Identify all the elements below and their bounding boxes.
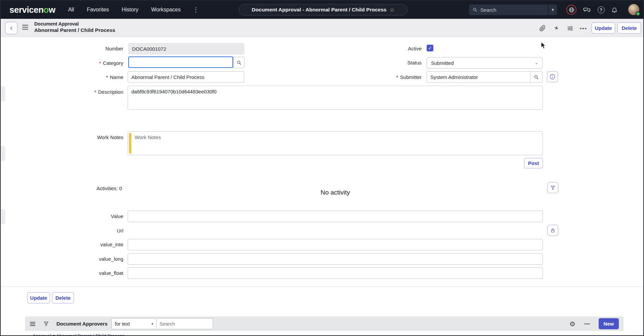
related-list-search-input[interactable]: [157, 318, 213, 329]
update-button[interactable]: Update: [592, 23, 615, 34]
value-inte-input[interactable]: [128, 239, 543, 250]
search-icon: [533, 74, 539, 80]
value-input[interactable]: [128, 211, 543, 222]
url-label: Url: [1, 228, 123, 234]
activities-count-label: Activities: 0: [1, 185, 122, 191]
search-scope-dropdown[interactable]: ▼: [548, 4, 557, 15]
info-icon: [549, 74, 556, 80]
active-checkbox[interactable]: ✓: [427, 45, 433, 51]
submitter-reference: [427, 71, 543, 83]
search-icon: [236, 60, 242, 66]
form-footer-divider: [1, 287, 643, 287]
chevron-left-icon: [8, 25, 14, 31]
table-name: Document Approval: [34, 21, 115, 27]
global-search-input[interactable]: [480, 7, 538, 13]
related-list-search-field-select[interactable]: for text ▾: [112, 318, 157, 329]
funnel-icon: [550, 185, 556, 191]
globe-icon[interactable]: [566, 5, 576, 15]
name-input[interactable]: [128, 71, 244, 83]
footer-update-button[interactable]: Update: [27, 292, 50, 303]
more-options-icon[interactable]: •••: [579, 24, 588, 33]
description-textarea[interactable]: da6f8c93f6194070b10d64483ee030f0: [128, 86, 543, 110]
submitter-lookup-button[interactable]: [530, 72, 542, 82]
value-float-input[interactable]: [128, 267, 543, 279]
active-label: Active: [337, 46, 422, 51]
connect-chat-icon[interactable]: [582, 5, 592, 15]
work-notes-label: Work Notes: [1, 134, 123, 140]
category-label: *Category: [1, 60, 123, 67]
global-search: [469, 4, 548, 15]
top-nav: servicenow All Favorites History Workspa…: [1, 1, 643, 19]
work-notes-textarea[interactable]: [133, 132, 542, 154]
attachment-paperclip-icon[interactable]: [538, 24, 547, 33]
related-list-menu-icon[interactable]: [30, 322, 35, 326]
activity-filter-button[interactable]: [547, 182, 558, 193]
user-avatar[interactable]: [628, 4, 639, 15]
status-label: Status: [337, 60, 422, 66]
caret-down-icon: ▾: [152, 322, 153, 326]
number-input[interactable]: [128, 43, 244, 54]
notifications-bell-icon[interactable]: [609, 5, 619, 15]
status-selected-value: Submitted: [431, 60, 454, 66]
footer-delete-button[interactable]: Delete: [52, 292, 74, 303]
description-label: *Description: [1, 89, 123, 95]
submitter-preview-button[interactable]: [547, 71, 558, 82]
servicenow-app-window: servicenow All Favorites History Workspa…: [0, 0, 644, 336]
check-icon: ✓: [428, 45, 432, 51]
related-list-header: Document Approvers for text ▾ ⚙ — New: [25, 317, 624, 331]
category-input[interactable]: [128, 56, 233, 68]
required-marker: *: [396, 75, 398, 81]
required-marker: *: [106, 75, 108, 81]
related-list-breadcrumb-partial: Approval = Abnormal Parent / Child Proce…: [33, 333, 125, 336]
value-inte-label: value_inte: [1, 242, 123, 247]
sparkle-icon[interactable]: [552, 24, 561, 33]
mouse-cursor: [541, 42, 547, 50]
servicenow-logo[interactable]: servicenow: [9, 5, 55, 15]
related-list-new-button[interactable]: New: [599, 318, 619, 329]
primary-nav: All Favorites History Workspaces: [68, 7, 181, 13]
number-label: Number: [1, 46, 123, 51]
work-notes-stripe: [129, 133, 131, 154]
nav-all[interactable]: All: [68, 7, 74, 13]
category-lookup-button[interactable]: [233, 57, 245, 68]
context-record-pill[interactable]: Document Approval - Abnormal Parent / Ch…: [239, 4, 407, 15]
context-record-title: Document Approval - Abnormal Parent / Ch…: [252, 7, 386, 13]
edge-tab: [1, 86, 5, 101]
nav-history[interactable]: History: [122, 7, 138, 13]
value-label: Value: [1, 213, 123, 219]
related-list-collapse-icon[interactable]: —: [584, 321, 590, 327]
chevron-down-icon: ⌄: [535, 60, 538, 65]
presence-status-dot: [636, 12, 640, 15]
record-title: Document Approval Abnormal Parent / Chil…: [34, 21, 115, 33]
more-menus-icon[interactable]: ⋮: [193, 6, 199, 13]
submitter-input[interactable]: [427, 74, 530, 80]
lock-icon: [550, 227, 556, 233]
help-icon[interactable]: ?: [596, 5, 606, 15]
work-notes-field: [128, 131, 543, 155]
no-activity-message: No activity: [128, 189, 543, 196]
nav-workspaces[interactable]: Workspaces: [151, 7, 181, 13]
related-list-title: Document Approvers: [56, 321, 108, 327]
required-marker: *: [99, 60, 101, 67]
post-button[interactable]: Post: [524, 158, 543, 168]
record-name: Abnormal Parent / Child Process: [34, 27, 115, 33]
back-button[interactable]: [5, 22, 17, 34]
value-float-label: value_float: [1, 270, 123, 276]
nav-favorites[interactable]: Favorites: [87, 7, 109, 13]
edge-tab: [1, 146, 5, 161]
value-long-label: value_long: [1, 256, 123, 262]
url-lock-button[interactable]: [547, 225, 558, 236]
related-list-filter-icon[interactable]: [43, 321, 49, 327]
status-select[interactable]: Submitted ⌄: [427, 57, 543, 69]
submitter-label: *Submitter: [337, 74, 422, 81]
form-context-menu-icon[interactable]: [22, 25, 28, 30]
search-icon: [472, 7, 478, 12]
personalize-sliders-icon[interactable]: [566, 24, 574, 33]
required-marker: *: [94, 89, 96, 96]
value-long-input[interactable]: [128, 253, 543, 265]
record-header: Document Approval Abnormal Parent / Chil…: [1, 19, 643, 37]
edge-tab: [1, 209, 5, 224]
favorite-star-icon[interactable]: ☆: [389, 7, 394, 13]
related-list-settings-gear-icon[interactable]: ⚙: [569, 320, 575, 328]
delete-button[interactable]: Delete: [617, 23, 641, 34]
